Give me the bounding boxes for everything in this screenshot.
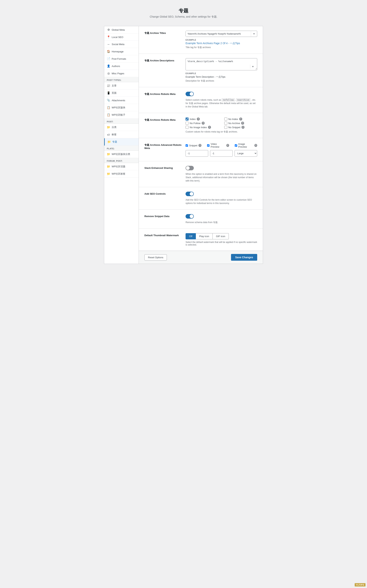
content-area: 专题 Archive Titles ▼ EXAMPLE Example Term… [139,26,263,264]
checkbox-no-index-label: No Index [228,118,238,120]
sidebar-item-wp-ban-kuai-fenlei[interactable]: 📁 WP社区版块分类 [104,151,139,158]
no-index-help-icon[interactable]: ? [239,118,242,120]
noarchive-code: noarchive [236,98,250,102]
archive-titles-input[interactable] [186,31,251,37]
archive-descriptions-textarea[interactable]: %term_description% - %sitename% [186,59,257,70]
reset-options-button[interactable]: Reset Options [144,254,167,260]
robots-grid: Index ? No Index ? No Follow ? [185,118,257,129]
no-image-index-help-icon[interactable]: ? [208,126,211,129]
thumbnail-watermark-help: Select the default watermark that will b… [185,241,257,246]
checkbox-no-image-index-input[interactable] [185,126,189,129]
attachment-icon: 📎 [107,99,110,102]
no-archive-help-icon[interactable]: ? [241,122,244,125]
remove-snippet-toggle[interactable] [185,214,194,218]
archive-descriptions-control: %term_description% - %sitename% ▼ EXAMPL… [185,58,257,83]
list2-icon: 📋 [107,113,110,117]
slack-sharing-row: Slack Enhanced Sharing When the option i… [139,161,263,187]
adv-image-preview-label-group: Image Preview ? [235,143,257,148]
watermark-btn-group: Off Play icon GIF icon [185,233,257,239]
robots-meta-toggle-help: Select custom robots meta, such as nofol… [185,98,257,108]
robots-checkboxes-control: Index ? No Index ? No Follow ? [185,118,257,134]
sidebar-item-yemian[interactable]: 📱 页面 [104,89,139,97]
sidebar-item-local-seo[interactable]: 📍 Local SEO [104,34,139,41]
checkbox-no-follow-label: No Follow [190,122,200,125]
robots-meta-toggle[interactable] [185,92,194,96]
thumbnail-watermark-label: Default Thumbnail Watermark [144,233,182,246]
sidebar-item-attachments[interactable]: 📎 Attachments [104,97,139,104]
folder3-icon: 📁 [107,165,110,168]
checkbox-no-snippet-input[interactable] [224,126,227,129]
sidebar-item-label: Post Formats [112,58,126,60]
sidebar-item-wenzhang[interactable]: 📰 文章 [104,82,139,89]
remove-snippet-row: Remove Snippet Data Remove schema data f… [139,210,263,229]
watermark-gif-button[interactable]: GIF icon [213,233,229,239]
archive-titles-dropdown[interactable]: ▼ [251,31,257,37]
adv-video-preview-input[interactable] [210,150,233,157]
sidebar-item-wp-ban-kuai-biaoqian[interactable]: 📁 WP社区标签 [104,170,139,178]
no-follow-help-icon[interactable]: ? [202,122,205,125]
adv-image-preview-select[interactable]: Large Standard None [234,150,257,157]
checkbox-no-archive-label: No Archive [228,122,240,125]
checkbox-no-index-input[interactable] [224,118,227,120]
page-header: 专题 Change Global SEO, Schema, and other … [104,4,263,22]
sidebar-section-forum-post: Forum_post: [104,158,139,163]
sidebar-item-misc-pages[interactable]: ◎ Misc Pages [104,70,139,77]
watermark-off-button[interactable]: Off [185,233,196,239]
archive-descriptions-dropdown[interactable]: ▼ [250,65,256,69]
sidebar-item-global-meta[interactable]: ⚙ Global Meta [104,26,139,34]
sidebar-item-biaoqian[interactable]: 🏷 标签 [104,131,139,138]
save-changes-button[interactable]: Save Changes [231,254,257,261]
sidebar-item-zhuanti[interactable]: 📁 专题 [104,138,139,146]
sidebar-section-post: Post: [104,119,139,124]
checkbox-no-archive-input[interactable] [224,122,227,125]
advanced-robots-row: 专题 Archives Advanced Robots Meta Snippet… [139,138,263,161]
adv-snippet-input[interactable] [185,150,208,157]
slack-sharing-toggle[interactable] [185,166,194,170]
sidebar-item-label: WP社区版块 [112,106,125,109]
sidebar-item-wp-tie-zi[interactable]: 📋 WP社区帖子 [104,111,139,119]
adv-video-help-icon[interactable]: ? [226,144,229,147]
adv-image-preview-label: Image Preview [238,143,253,148]
sidebar-item-wp-hua-ti[interactable]: 📁 WP社区话题 [104,163,139,170]
index-help-icon[interactable]: ? [197,118,200,120]
checkbox-index-input[interactable] [185,118,189,120]
checkbox-no-snippet: No Snippet ? [224,126,257,129]
robots-meta-toggle-thumb [190,92,193,96]
sidebar-item-post-formats[interactable]: 📄 Post Formats [104,55,139,62]
adv-video-preview-label-group: Video Preview ? [207,143,229,148]
advanced-robots-control: Snippet ? Video Preview ? Image Preview … [185,143,257,157]
archive-descriptions-example-desc: Description for 专题 archives [185,79,257,83]
checkbox-no-image-index-label: No Image Index [190,126,207,129]
sidebar-item-label: WP社区标签 [112,172,125,176]
sidebar-section-plate: Plate: [104,146,139,151]
advanced-robots-label: 专题 Archives Advanced Robots Meta [144,143,182,157]
watermark-play-button[interactable]: Play icon [196,233,213,239]
adv-video-preview-checkbox[interactable] [207,144,209,147]
sidebar-item-wp-ban-kuai[interactable]: 📋 WP社区版块 [104,104,139,111]
folder-icon: 📁 [107,126,110,129]
archive-titles-label: 专题 Archive Titles [144,31,182,49]
seo-controls-toggle[interactable] [185,192,194,196]
adv-snippet-label: Snippet [189,144,197,147]
checkbox-index: Index ? [185,118,219,120]
sidebar-item-homepage[interactable]: 🏠 Homepage [104,48,139,55]
slack-sharing-control: When the option is enabled and a term fr… [185,166,257,183]
archive-titles-example-link[interactable]: Example Term Archives Page 2 Of 4 - 一点Ti… [185,42,240,45]
adv-snippet-checkbox[interactable] [185,144,188,147]
robots-checkboxes-label: 专题 Archives Robots Meta [144,118,182,134]
circle-icon: ◎ [107,72,110,75]
remove-snippet-control: Remove schema data from 专题. [185,214,257,224]
adv-snippet-help-icon[interactable]: ? [199,144,201,147]
no-snippet-help-icon[interactable]: ? [242,126,244,129]
sidebar-item-authors[interactable]: 👤 Authors [104,62,139,70]
sidebar-item-social-meta[interactable]: ↔ Social Meta [104,41,139,48]
adv-image-preview-checkbox[interactable] [235,144,237,147]
folder2-icon: 📁 [107,152,110,156]
seo-controls-label: Add SEO Controls [144,192,182,205]
checkbox-no-follow-input[interactable] [185,122,189,125]
sidebar-item-fenlei[interactable]: 📁 分类 [104,124,139,131]
footer-row: Reset Options Save Changes [139,251,263,264]
seo-controls-help: Add the SEO Controls for the term editor… [185,198,257,205]
adv-image-help-icon[interactable]: ? [254,144,257,147]
remove-snippet-help: Remove schema data from 专题. [185,221,257,224]
